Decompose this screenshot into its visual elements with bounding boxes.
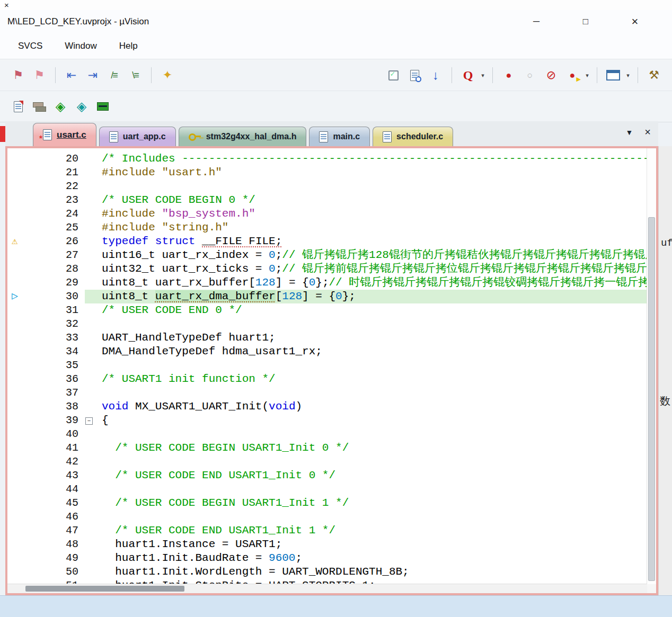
maximize-button[interactable]: □ (572, 10, 599, 33)
menu-window[interactable]: Window (65, 41, 96, 51)
translate-file-button[interactable] (7, 96, 29, 117)
toggle-breakpoint-button[interactable]: ● (498, 65, 519, 86)
code-line[interactable]: 44 (7, 482, 647, 496)
code-line[interactable]: ⚠26typedef struct __FILE FILE; (7, 235, 647, 248)
tab-usart.c[interactable]: *usart.c (33, 123, 96, 146)
breakpoint-gutter[interactable] (7, 166, 40, 180)
code-text[interactable]: /* USART1 init function */ (95, 372, 647, 386)
code-line[interactable]: 34DMA_HandleTypeDef hdma_usart1_rx; (7, 345, 647, 359)
code-line[interactable]: 21#include "usart.h" (7, 166, 647, 180)
code-line[interactable]: 22 (7, 180, 647, 193)
breakpoint-gutter[interactable] (7, 538, 40, 551)
breakpoint-gutter[interactable] (7, 303, 40, 317)
spell-check-button[interactable] (383, 65, 404, 86)
background-close-icon[interactable]: × (0, 0, 20, 10)
fold-column[interactable]: − (85, 414, 95, 427)
breakpoint-gutter[interactable] (7, 180, 40, 193)
code-line[interactable]: 47 /* USER CODE END USART1_Init 1 */ (7, 524, 647, 538)
debug-windows-button[interactable] (603, 65, 624, 86)
code-line[interactable]: 28uint32_t uart_rx_ticks = 0;// 锟斤拷前锟斤拷锟… (7, 262, 647, 276)
breakpoint-gutter[interactable] (7, 317, 40, 331)
code-line[interactable]: 50 huart1.Init.WordLength = UART_WORDLEN… (7, 565, 647, 579)
debug-windows-dropdown[interactable]: ▾ (624, 65, 632, 86)
code-text[interactable] (95, 386, 647, 400)
code-text[interactable]: #include "usart.h" (95, 166, 647, 180)
kill-all-breakpoints-button[interactable]: ⊘ (541, 65, 562, 86)
vertical-scrollbar[interactable] (647, 148, 656, 584)
code-text[interactable] (95, 427, 647, 441)
code-line[interactable]: 43 /* USER CODE END USART1_Init 0 */ (7, 469, 647, 482)
breakpoint-gutter[interactable] (7, 372, 40, 386)
code-line[interactable]: 46 (7, 510, 647, 524)
code-text[interactable]: #include "bsp_system.h" (95, 207, 647, 221)
tab-uart_app.c[interactable]: uart_app.c (99, 127, 176, 146)
breakpoint-gutter[interactable] (7, 207, 40, 221)
quick-find-button[interactable]: Q (457, 65, 479, 86)
tab-stm32g4xx_hal_dma.h[interactable]: stm32g4xx_hal_dma.h (179, 127, 307, 146)
breakpoint-gutter[interactable] (7, 248, 40, 262)
code-line[interactable]: 38void MX_USART1_UART_Init(void) (7, 400, 647, 414)
code-line[interactable]: 29uint8_t uart_rx_buffer[128] = {0};// 时… (7, 276, 647, 290)
fold-toggle-icon[interactable]: − (85, 417, 93, 425)
code-line[interactable]: 31/* USER CODE END 0 */ (7, 303, 647, 317)
breakpoint-gutter[interactable] (7, 359, 40, 372)
code-line[interactable]: ▷30uint8_t uart_rx_dma_buffer[128] = {0}… (7, 290, 647, 303)
comment-selection-button[interactable]: /≡ (103, 65, 125, 86)
code-text[interactable] (95, 510, 647, 524)
code-text[interactable]: /* USER CODE END 0 */ (95, 303, 647, 317)
code-line[interactable]: 49 huart1.Init.BaudRate = 9600; (7, 551, 647, 565)
build-button[interactable] (29, 96, 50, 117)
code-text[interactable]: /* USER CODE BEGIN USART1_Init 1 */ (95, 496, 647, 510)
breakpoint-gutter[interactable]: ▷ (7, 290, 40, 303)
code-line[interactable]: 39−{ (7, 414, 647, 427)
code-text[interactable]: /* USER CODE BEGIN USART1_Init 0 */ (95, 441, 647, 455)
quick-find-dropdown[interactable]: ▾ (479, 65, 487, 86)
code-text[interactable]: huart1.Instance = USART1; (95, 538, 647, 551)
breakpoint-gutter[interactable] (7, 152, 40, 166)
previous-bookmark-button[interactable]: ⚑ (7, 65, 29, 86)
unindent-button[interactable]: ⇤ (61, 65, 82, 86)
code-line[interactable]: 48 huart1.Instance = USART1; (7, 538, 647, 551)
code-line[interactable]: 41 /* USER CODE BEGIN USART1_Init 0 */ (7, 441, 647, 455)
breakpoint-gutter[interactable]: ⚠ (7, 235, 40, 248)
code-line[interactable]: 42 (7, 455, 647, 469)
code-line[interactable]: 27uint16_t uart_rx_index = 0;// 锟斤拷锟斤拷12… (7, 248, 647, 262)
breakpoint-gutter[interactable] (7, 400, 40, 414)
breakpoint-gutter[interactable] (7, 414, 40, 427)
breakpoint-gutter[interactable] (7, 276, 40, 290)
code-text[interactable]: /* USER CODE BEGIN 0 */ (95, 193, 647, 207)
download-button[interactable] (92, 96, 113, 117)
code-text[interactable] (95, 317, 647, 331)
breakpoint-gutter[interactable] (7, 455, 40, 469)
breakpoint-gutter[interactable] (7, 510, 40, 524)
batch-build-button[interactable]: ◈ (71, 96, 92, 117)
code-text[interactable]: DMA_HandleTypeDef hdma_usart1_rx; (95, 345, 647, 359)
breakpoint-gutter[interactable] (7, 469, 40, 482)
code-text[interactable]: UART_HandleTypeDef huart1; (95, 331, 647, 345)
uncomment-selection-button[interactable]: \≡ (125, 65, 146, 86)
tab-list-button[interactable]: ▼ (625, 128, 633, 137)
breakpoint-gutter[interactable] (7, 221, 40, 235)
breakpoint-gutter[interactable] (7, 345, 40, 359)
breakpoints-dropdown[interactable]: ▾ (583, 65, 591, 86)
code-rows[interactable]: 20/* Includes --------------------------… (7, 148, 647, 584)
tab-main.c[interactable]: main.c (309, 127, 370, 146)
code-line[interactable]: 37 (7, 386, 647, 400)
code-line[interactable]: 40 (7, 427, 647, 441)
menu-svcs[interactable]: SVCS (18, 41, 42, 51)
code-line[interactable]: 20/* Includes --------------------------… (7, 152, 647, 166)
insert-template-button[interactable]: ✦ (157, 65, 178, 86)
code-line[interactable]: 24#include "bsp_system.h" (7, 207, 647, 221)
breakpoint-gutter[interactable] (7, 331, 40, 345)
breakpoint-gutter[interactable] (7, 427, 40, 441)
breakpoint-gutter[interactable] (7, 496, 40, 510)
code-text[interactable]: /* USER CODE END USART1_Init 1 */ (95, 524, 647, 538)
find-in-files-button[interactable] (404, 65, 425, 86)
code-text[interactable]: /* USER CODE END USART1_Init 0 */ (95, 469, 647, 482)
code-text[interactable] (95, 359, 647, 372)
code-text[interactable]: huart1.Init.WordLength = UART_WORDLENGTH… (95, 565, 647, 579)
enable-breakpoints-button[interactable]: ●▶ (562, 65, 583, 86)
horizontal-scrollbar-thumb[interactable] (25, 586, 184, 592)
rebuild-all-button[interactable]: ◈ (50, 96, 71, 117)
code-line[interactable]: 25#include "string.h" (7, 221, 647, 235)
